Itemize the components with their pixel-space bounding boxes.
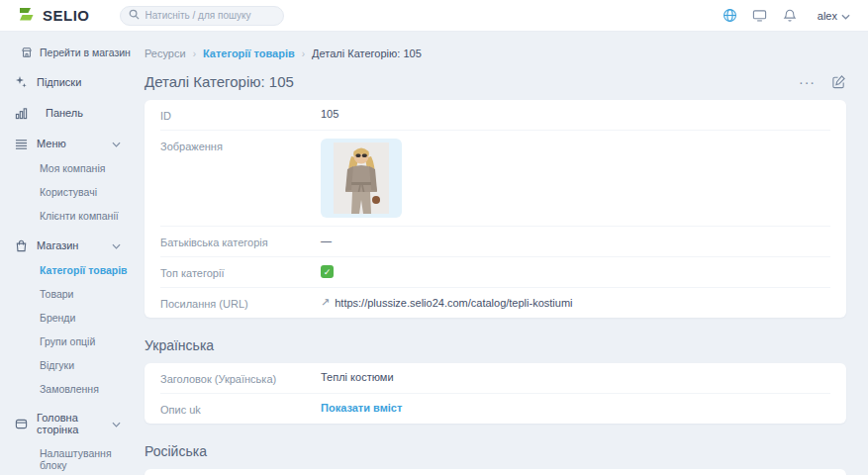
field-label: Зображення: [160, 139, 321, 152]
menu-lines-icon: [14, 137, 28, 150]
chevron-down-icon: [112, 418, 121, 429]
detail-row-ru-title: Заголовок (Російська) Тёплые костюмы: [160, 469, 830, 475]
breadcrumb-categories-link[interactable]: Категорії товарів: [203, 48, 295, 59]
storefront-icon: [20, 46, 34, 59]
sidebar-item-go-to-store[interactable]: Перейти в магазин: [14, 46, 135, 59]
sidebar-item-company-clients[interactable]: Клієнти компанії: [14, 210, 135, 222]
sidebar-item-users[interactable]: Користувачі: [14, 186, 135, 198]
field-label: ID: [160, 108, 321, 122]
search-input[interactable]: [145, 10, 275, 21]
checked-checkbox-icon: ✓: [321, 265, 334, 278]
breadcrumb-resources[interactable]: Ресурси: [145, 48, 186, 59]
category-details-card: ID 105 Зображення: [145, 100, 846, 318]
russian-section-card: Заголовок (Російська) Тёплые костюмы Опи…: [145, 469, 846, 475]
sidebar-item-panel[interactable]: Панель: [14, 106, 135, 120]
field-label: Посилання (URL): [160, 296, 321, 310]
sidebar: Перейти в магазин Підписки Панель: [0, 32, 135, 475]
detail-row-id: ID 105: [160, 100, 830, 130]
global-search[interactable]: [120, 6, 284, 26]
detail-row-url: Посилання (URL) ↗ https://plussize.selio…: [160, 287, 830, 318]
section-title-russian: Російська: [145, 443, 846, 459]
field-value: 105: [321, 108, 338, 120]
category-image-thumbnail[interactable]: [321, 139, 402, 218]
detail-row-image: Зображення: [160, 130, 830, 226]
sidebar-item-subscriptions[interactable]: Підписки: [14, 75, 135, 89]
user-menu[interactable]: alex: [818, 10, 850, 22]
sidebar-group-menu[interactable]: Меню: [14, 137, 135, 150]
field-label: Топ категорії: [160, 265, 321, 279]
external-link-icon: ↗: [321, 296, 330, 309]
sidebar-item-block-settings[interactable]: Налаштування блоку: [14, 447, 135, 471]
detail-row-parent-category: Батьківська категорія —: [160, 226, 830, 256]
app-logo[interactable]: SELIO: [18, 6, 90, 26]
sidebar-group-shop[interactable]: Магазин: [14, 238, 135, 252]
user-name: alex: [818, 10, 837, 22]
shopping-bag-icon: [14, 238, 28, 252]
sidebar-item-product-categories[interactable]: Категорії товарів: [14, 264, 135, 276]
more-actions-button[interactable]: ···: [799, 77, 816, 87]
field-label: Опис uk: [160, 402, 321, 416]
detail-row-uk-title: Заголовок (Українська) Теплі костюми: [160, 363, 830, 393]
monitor-icon[interactable]: [752, 8, 768, 24]
chevron-down-icon: [841, 10, 850, 22]
sidebar-group-homepage[interactable]: Головна сторінка: [14, 412, 135, 435]
selio-logo-icon: [18, 6, 36, 26]
sidebar-item-my-company[interactable]: Моя компанія: [14, 162, 135, 174]
breadcrumb-current: Деталі Категорію: 105: [312, 48, 422, 59]
field-value: —: [321, 235, 332, 246]
breadcrumb: Ресурси › Категорії товарів › Деталі Кат…: [145, 48, 846, 59]
top-header: SELIO: [0, 0, 868, 32]
show-content-link[interactable]: Показати вміст: [321, 402, 402, 414]
browser-window-icon: [14, 417, 28, 430]
sidebar-item-brands[interactable]: Бренди: [14, 312, 135, 324]
breadcrumb-separator: ›: [193, 48, 196, 59]
category-photo: [334, 142, 389, 214]
detail-row-top-category: Топ категорії ✓: [160, 256, 830, 287]
language-globe-icon[interactable]: [723, 8, 738, 24]
sidebar-item-option-groups[interactable]: Групи опцій: [14, 335, 135, 347]
sidebar-item-label: Панель: [46, 107, 83, 119]
bar-chart-icon: [14, 106, 28, 120]
sparkles-icon: [14, 75, 28, 89]
sidebar-item-reviews[interactable]: Відгуки: [14, 359, 135, 371]
category-url-link[interactable]: https://plussize.selio24.com/catalog/tep…: [335, 297, 572, 309]
edit-button[interactable]: [831, 74, 846, 89]
chevron-down-icon: [112, 239, 121, 251]
field-label: Заголовок (Українська): [160, 371, 321, 385]
section-title-ukrainian: Українська: [145, 337, 846, 353]
logo-text: SELIO: [43, 7, 90, 24]
chevron-down-icon: [112, 138, 121, 149]
field-value: Теплі костюми: [321, 371, 394, 383]
sidebar-item-products[interactable]: Товари: [14, 288, 135, 300]
main-content: Ресурси › Категорії товарів › Деталі Кат…: [135, 32, 868, 475]
sidebar-group-label: Меню: [37, 138, 66, 149]
search-icon: [129, 9, 140, 22]
detail-row-uk-description: Опис uk Показати вміст: [160, 393, 830, 424]
sidebar-item-label: Перейти в магазин: [40, 47, 131, 58]
ukrainian-section-card: Заголовок (Українська) Теплі костюми Опи…: [145, 363, 846, 424]
breadcrumb-separator: ›: [302, 48, 305, 59]
sidebar-group-label: Магазин: [37, 239, 78, 251]
notifications-bell-icon[interactable]: [782, 8, 798, 24]
sidebar-item-orders[interactable]: Замовлення: [14, 383, 135, 395]
sidebar-item-label: Підписки: [37, 76, 81, 88]
field-label: Батьківська категорія: [160, 235, 321, 248]
page-title: Деталі Категорію: 105: [145, 73, 294, 90]
sidebar-group-label: Головна сторінка: [37, 412, 103, 435]
